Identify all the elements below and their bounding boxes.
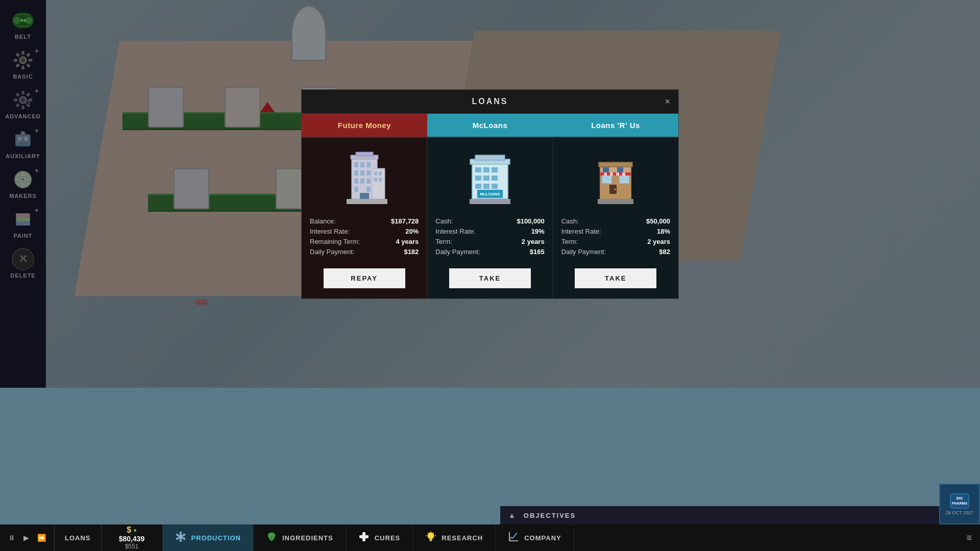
svg-rect-115: [430, 540, 432, 541]
repay-button[interactable]: REPAY: [324, 268, 405, 288]
take-button-mcloans[interactable]: TAKE: [449, 268, 531, 288]
svg-rect-50: [366, 179, 371, 184]
svg-rect-70: [483, 184, 489, 189]
svg-rect-46: [360, 170, 364, 176]
tab-mcloans[interactable]: McLoans: [427, 114, 553, 137]
term-label-lru: Term:: [561, 238, 578, 245]
card-future-money: Balance: $187,728 Interest Rate: 20% Rem…: [302, 138, 427, 298]
objectives-arrow-icon: ▲: [508, 511, 516, 519]
lender-tabs: Future Money McLoans Loans 'R' Us: [302, 114, 678, 138]
svg-rect-64: [483, 167, 489, 172]
interest-label-lru: Interest Rate:: [561, 228, 601, 235]
payment-value-lru: $82: [659, 248, 670, 256]
building-future-money: [336, 148, 393, 209]
game-date: 26 OCT 2017: [946, 510, 973, 515]
mcloans-details: Cash: $100,000 Interest Rate: 19% Term: …: [435, 217, 544, 258]
svg-text:BIG: BIG: [957, 496, 963, 500]
svg-point-84: [615, 188, 616, 190]
objectives-bar[interactable]: ▲ OBJECTIVES: [500, 506, 939, 524]
production-icon: [175, 531, 186, 545]
svg-rect-93: [616, 172, 619, 176]
loans-r-us-details: Cash: $50,000 Interest Rate: 18% Term: 2…: [561, 217, 670, 258]
loans-modal: LOANS × Future Money McLoans Loans 'R' U…: [301, 89, 679, 299]
svg-point-113: [428, 533, 434, 539]
svg-rect-71: [492, 184, 498, 189]
interest-value-ml: 19%: [531, 228, 545, 235]
svg-rect-56: [372, 168, 385, 199]
money-amount: $80,439: [119, 535, 145, 543]
svg-rect-61: [347, 199, 387, 204]
nav-cures[interactable]: CURES: [346, 524, 413, 551]
svg-rect-107: [176, 533, 179, 536]
fast-forward-button[interactable]: ⏩: [35, 532, 48, 544]
balance-value: $187,728: [391, 217, 419, 225]
svg-rect-44: [366, 162, 371, 167]
svg-rect-106: [176, 537, 179, 540]
svg-point-101: [179, 535, 183, 539]
money-income: $551: [125, 543, 139, 550]
research-icon: [425, 531, 436, 545]
nav-ingredients-label: INGREDIENTS: [282, 534, 333, 542]
interest-value-lru: 18%: [657, 228, 670, 235]
svg-rect-49: [360, 179, 364, 184]
term-label-ml: Term:: [435, 238, 452, 245]
svg-rect-96: [625, 172, 628, 176]
pharma-logo[interactable]: BIG PHARMA 26 OCT 2017: [939, 484, 980, 524]
svg-rect-89: [604, 172, 607, 176]
svg-rect-92: [613, 172, 616, 176]
svg-rect-42: [354, 162, 358, 167]
svg-rect-80: [617, 167, 623, 172]
nav-company[interactable]: COMPANY: [496, 524, 574, 551]
cures-icon: [358, 531, 370, 545]
loans-nav-item[interactable]: LOANS: [55, 524, 102, 551]
svg-rect-95: [622, 172, 625, 176]
building-mcloans: McLOANS: [462, 148, 518, 209]
svg-rect-57: [374, 171, 377, 176]
cash-label-lru: Cash:: [561, 217, 579, 225]
take-button-loans-r-us[interactable]: TAKE: [575, 268, 656, 288]
svg-rect-79: [603, 167, 609, 172]
svg-rect-55: [356, 152, 373, 156]
nav-research[interactable]: RESEARCH: [413, 524, 496, 551]
svg-text:McLOANS: McLOANS: [480, 192, 500, 196]
taskbar: ⏸ ▶ ⏩ LOANS $ ● $80,439 $551 PRODUCTION: [0, 524, 980, 551]
dollar-icon: $: [127, 525, 131, 535]
interest-label-ml: Interest Rate:: [435, 228, 475, 235]
nav-company-label: COMPANY: [524, 534, 561, 542]
term-value-lru: 2 years: [647, 238, 670, 245]
hamburger-menu[interactable]: ≡: [958, 524, 980, 551]
svg-rect-105: [180, 539, 182, 542]
svg-line-120: [433, 533, 434, 534]
tab-loans-r-us[interactable]: Loans 'R' Us: [553, 114, 678, 137]
svg-rect-45: [354, 170, 358, 176]
svg-rect-68: [492, 176, 498, 181]
nav-ingredients[interactable]: INGREDIENTS: [254, 524, 346, 551]
svg-rect-69: [475, 184, 481, 189]
svg-rect-88: [601, 172, 604, 176]
nav-production[interactable]: PRODUCTION: [163, 524, 254, 551]
svg-rect-76: [470, 199, 510, 204]
svg-rect-102: [180, 532, 182, 534]
play-button[interactable]: ▶: [21, 532, 31, 544]
tab-future-money[interactable]: Future Money: [302, 114, 427, 137]
lender-cards: Balance: $187,728 Interest Rate: 20% Rem…: [302, 138, 678, 298]
cash-label-ml: Cash:: [435, 217, 453, 225]
company-icon: [508, 531, 519, 545]
nav-cures-label: CURES: [375, 534, 401, 542]
modal-close-button[interactable]: ×: [665, 97, 670, 106]
objectives-label: OBJECTIVES: [524, 512, 576, 519]
svg-rect-97: [598, 199, 633, 204]
interest-label-fm: Interest Rate:: [310, 228, 350, 235]
nav-research-label: RESEARCH: [442, 534, 483, 542]
svg-rect-103: [182, 533, 185, 536]
cash-value-lru: $50,000: [646, 217, 670, 225]
svg-rect-51: [354, 187, 358, 192]
pause-button[interactable]: ⏸: [6, 532, 17, 544]
svg-rect-60: [379, 178, 382, 182]
payment-label-ml: Daily Payment:: [435, 248, 480, 256]
svg-rect-90: [607, 172, 610, 176]
payment-value-ml: $165: [530, 248, 545, 256]
svg-rect-48: [354, 179, 358, 184]
term-value-ml: 2 years: [522, 238, 545, 245]
payment-label-lru: Daily Payment:: [561, 248, 606, 256]
